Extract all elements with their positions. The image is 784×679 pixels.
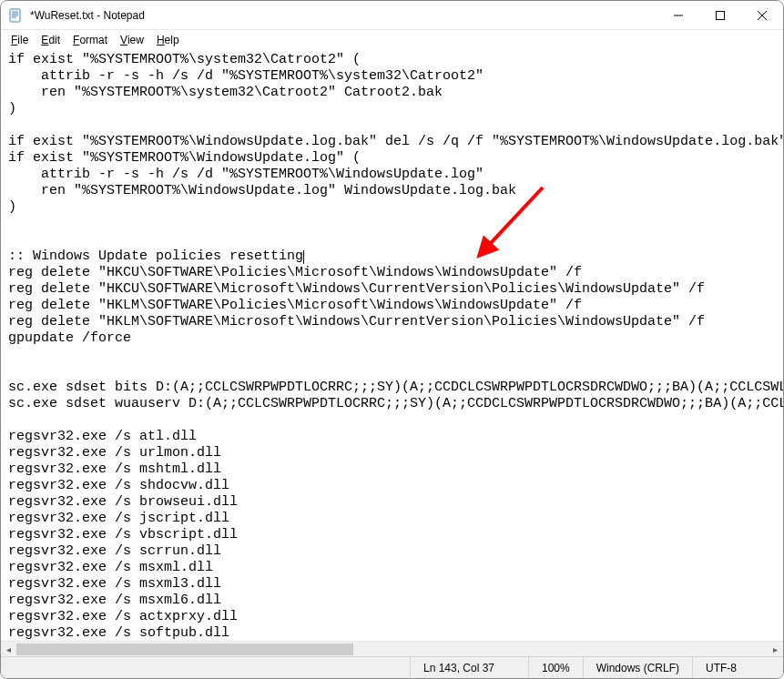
menu-help[interactable]: Help <box>150 32 186 48</box>
title-bar: *WuReset.txt - Notepad <box>1 1 783 30</box>
status-line-ending: Windows (CRLF) <box>583 657 692 678</box>
menu-format[interactable]: Format <box>66 32 114 48</box>
menu-bar: File Edit Format View Help <box>1 30 783 50</box>
scroll-thumb[interactable] <box>16 644 353 655</box>
close-button[interactable] <box>741 1 783 29</box>
window-title: *WuReset.txt - Notepad <box>30 9 657 22</box>
status-bar: Ln 143, Col 37 100% Windows (CRLF) UTF-8 <box>1 656 783 678</box>
menu-view[interactable]: View <box>114 32 150 48</box>
menu-file[interactable]: File <box>5 32 35 48</box>
svg-rect-6 <box>717 11 725 19</box>
text-editor[interactable]: if exist "%SYSTEMROOT%\system32\Catroot2… <box>1 50 783 656</box>
status-encoding: UTF-8 <box>692 657 783 678</box>
status-position: Ln 143, Col 37 <box>410 657 528 678</box>
status-zoom: 100% <box>528 657 583 678</box>
menu-edit[interactable]: Edit <box>35 32 66 48</box>
maximize-button[interactable] <box>699 1 741 29</box>
horizontal-scrollbar[interactable]: ◂ ▸ <box>1 641 783 656</box>
app-icon <box>8 8 23 23</box>
minimize-button[interactable] <box>657 1 699 29</box>
scroll-right-arrow[interactable]: ▸ <box>768 642 783 657</box>
scroll-left-arrow[interactable]: ◂ <box>1 642 16 657</box>
editor-content[interactable]: if exist "%SYSTEMROOT%\system32\Catroot2… <box>8 52 776 642</box>
